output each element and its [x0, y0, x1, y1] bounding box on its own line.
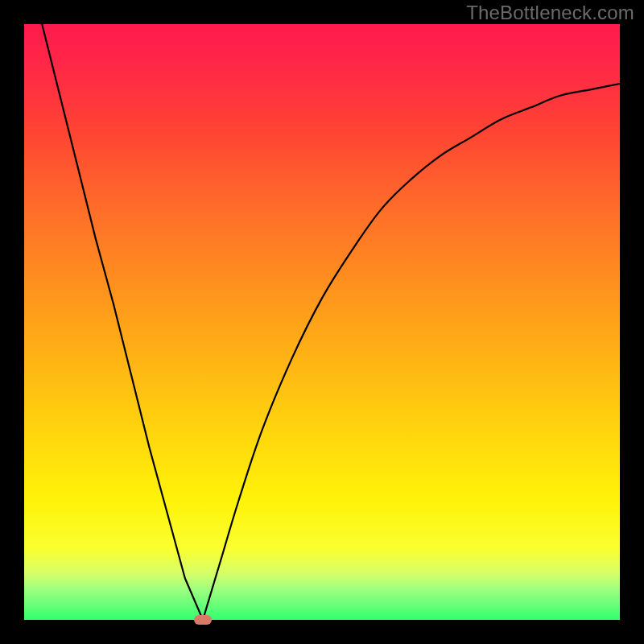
chart-curve-svg — [24, 24, 620, 620]
bottleneck-curve — [42, 24, 620, 620]
minimum-marker — [194, 615, 212, 625]
watermark-text: TheBottleneck.com — [466, 2, 634, 24]
chart-plot-area — [24, 24, 620, 620]
